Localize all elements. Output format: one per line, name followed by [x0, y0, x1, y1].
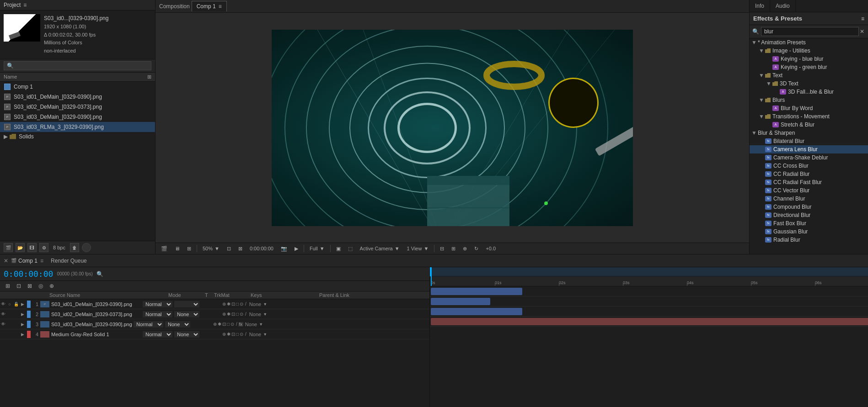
project-item-file3[interactable]: P S03_id03_DeMain_[0329-0390].png — [0, 112, 155, 122]
tree-stretch-blur[interactable]: A Stretch & Blur — [750, 121, 868, 129]
tree-fast-box-blur[interactable]: fx Fast Box Blur — [750, 219, 868, 227]
tree-blur-sharpen[interactable]: ▼ Blur & Sharpen — [750, 129, 868, 137]
tree-directional-blur[interactable]: fx Directional Blur — [750, 211, 868, 219]
vc-screen-btn[interactable]: 🖥 — [173, 245, 182, 252]
tab-comp1-timeline[interactable]: 🎬 Comp 1 ≡ — [11, 258, 43, 264]
vc-display2-btn[interactable]: ⬚ — [346, 245, 354, 252]
viewport[interactable] — [272, 30, 633, 226]
vc-view-control[interactable]: 1 View ▼ — [405, 245, 431, 252]
tl-expand-1[interactable]: ▶ — [19, 302, 26, 307]
project-item-file2[interactable]: P S03_id02_DeMain_[0329-0373].png — [0, 102, 155, 112]
tree-cc-radial-fast[interactable]: fx CC Radial Fast Blur — [750, 178, 868, 186]
tl-search-icon[interactable]: 🔍 — [96, 271, 103, 277]
delete-btn[interactable]: 🗑 — [70, 243, 79, 252]
vc-pixels-btn[interactable]: ⊠ — [236, 245, 244, 252]
zoom-control[interactable]: 50% ▼ — [201, 245, 221, 252]
tab-render-queue[interactable]: Render Queue — [51, 258, 87, 264]
tl-solo-1[interactable]: ○ — [6, 302, 13, 307]
vc-quality[interactable]: Full ▼ — [308, 245, 327, 252]
layer-mode-select-4[interactable]: Normal — [143, 331, 172, 338]
tl-lock-1[interactable]: 🔓 — [13, 302, 19, 307]
vc-play-btn[interactable]: ▶ — [293, 245, 300, 252]
vc-btn-3[interactable]: ⊕ — [461, 245, 469, 252]
tl-vis-1[interactable]: 👁 — [0, 301, 6, 307]
tl-tab-menu[interactable]: ≡ — [40, 258, 43, 264]
tree-camera-shake[interactable]: fx Camera-Shake Deblur — [750, 153, 868, 162]
tree-3d-text[interactable]: ▼ 3D Text — [750, 79, 868, 88]
tl-ctrl-2[interactable]: ⊡ — [15, 282, 23, 290]
tree-text[interactable]: ▼ Text — [750, 71, 868, 79]
vc-comp-btn[interactable]: 🎬 — [159, 245, 169, 252]
project-search-input[interactable] — [4, 61, 151, 70]
project-item-comp1[interactable]: Comp 1 — [0, 82, 155, 92]
project-item-file4[interactable]: P S03_id03_RLMa_3_[0329-0390].png — [0, 122, 155, 132]
toggle-btn[interactable] — [82, 243, 91, 252]
comp-tab-comp1[interactable]: Comp 1 ≡ — [192, 1, 227, 11]
new-composition-btn[interactable]: 🎬 — [4, 243, 13, 252]
layer-trkmat-2[interactable]: None — [174, 311, 199, 317]
footage-btn[interactable]: 🎞 — [27, 243, 37, 252]
tree-blur-by-word[interactable]: A Blur By Word — [750, 104, 868, 112]
comp-tab-menu-icon[interactable]: ≡ — [219, 3, 222, 10]
layer-mode-select-2[interactable]: Normal — [143, 311, 172, 317]
tl-expand-4[interactable]: ▶ — [19, 332, 26, 337]
tl-ctrl-5[interactable]: ⊕ — [48, 282, 56, 290]
effects-presets-menu-icon[interactable]: ≡ — [861, 16, 864, 22]
tree-keying-blue[interactable]: A Keying - blue blur — [750, 55, 868, 63]
layer-trkmat-3[interactable]: None — [165, 321, 190, 328]
timeline-close-btn[interactable]: ✕ — [4, 258, 8, 264]
tl-vis-2[interactable]: 👁 — [0, 312, 6, 317]
layer-mode-select-3[interactable]: Normal — [134, 321, 163, 328]
tl-ctrl-1[interactable]: ⊞ — [4, 282, 12, 290]
vc-btn-4[interactable]: ↻ — [472, 245, 480, 252]
vc-btn-1[interactable]: ⊟ — [438, 245, 446, 252]
ep-clear-btn[interactable]: ✕ — [859, 28, 865, 35]
layer-trkmat-1[interactable] — [174, 301, 199, 307]
composition-settings-btn[interactable]: ⚙ — [39, 243, 48, 252]
tree-compound-blur[interactable]: fx Compound Blur — [750, 203, 868, 211]
tree-blurs[interactable]: ▼ Blurs — [750, 96, 868, 104]
layer-trkmat-4[interactable]: None — [174, 331, 199, 338]
tab-info[interactable]: Info — [750, 0, 770, 12]
tl-tracks[interactable] — [430, 286, 868, 407]
tree-bilateral-blur[interactable]: fx Bilateral Blur — [750, 137, 868, 145]
tl-vis-3[interactable]: 👁 — [0, 322, 6, 327]
vc-grid-btn[interactable]: ⊞ — [185, 245, 193, 252]
tree-animation-presets[interactable]: ▼ * Animation Presets — [750, 38, 868, 47]
layer-mode-select-1[interactable]: Normal — [143, 301, 172, 307]
tree-keying-green[interactable]: A Keying - green blur — [750, 63, 868, 71]
project-item-solids[interactable]: ▶ Solids — [0, 132, 155, 141]
vc-btn-2[interactable]: ⊞ — [450, 245, 457, 252]
tl-scrub-header[interactable] — [430, 267, 868, 276]
tree-gaussian-blur[interactable]: fx Gaussian Blur — [750, 227, 868, 236]
layer-adj-icon-3: ⊡ — [222, 322, 226, 327]
tree-cc-cross-blur[interactable]: fx CC Cross Blur — [750, 162, 868, 170]
vc-camera-control[interactable]: Active Camera ▼ — [358, 245, 402, 252]
open-folder-btn[interactable]: 📂 — [16, 243, 25, 252]
vc-fit-btn[interactable]: ⊡ — [225, 245, 233, 252]
tl-ctrl-4[interactable]: ◎ — [37, 282, 45, 290]
vc-offset[interactable]: +0.0 — [484, 245, 498, 252]
tree-channel-blur[interactable]: fx Channel Blur — [750, 195, 868, 203]
tab-audio[interactable]: Audio — [770, 0, 796, 12]
vc-display-btn[interactable]: ▣ — [334, 245, 343, 252]
tl-timecode[interactable]: 0:00:00:00 — [4, 269, 53, 279]
tree-camera-lens-blur[interactable]: fx Camera Lens Blur — [750, 145, 868, 153]
tl-ctrl-3[interactable]: ⊠ — [26, 282, 34, 290]
vc-timecode[interactable]: 0:00:00:00 — [248, 245, 275, 252]
tl-expand-2[interactable]: ▶ — [19, 312, 26, 317]
tree-3dfall[interactable]: A 3D Fall...ble & Blur — [750, 88, 868, 96]
vc-camera-icon-btn[interactable]: 📷 — [279, 245, 289, 252]
tree-cc-vector-blur[interactable]: fx CC Vector Blur — [750, 186, 868, 195]
tree-transitions[interactable]: ▼ Transitions - Movement — [750, 112, 868, 121]
comp-tab-bar: Composition Comp 1 ≡ — [155, 0, 749, 13]
tree-cc-radial-blur[interactable]: fx CC Radial Blur — [750, 170, 868, 178]
layer-thumb-3 — [40, 321, 49, 328]
effects-search-input[interactable] — [761, 27, 859, 36]
tl-ruler[interactable]: 0s 01s 02s 03s 04s 05s 06s — [430, 276, 868, 286]
tree-image-utilities[interactable]: ▼ Image - Utilities — [750, 47, 868, 55]
project-menu-icon[interactable]: ≡ — [23, 2, 27, 8]
tl-expand-3[interactable]: ▶ — [19, 322, 26, 327]
project-item-file1[interactable]: P S03_id01_DeMain_[0329-0390].png — [0, 92, 155, 102]
tree-radial-blur[interactable]: fx Radial Blur — [750, 236, 868, 244]
